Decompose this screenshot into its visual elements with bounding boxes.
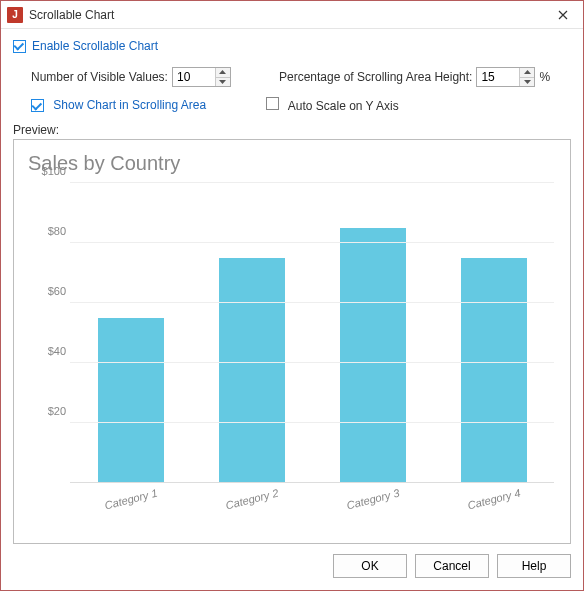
visible-values-up[interactable]: [216, 68, 230, 78]
x-tick-label: Category 4: [460, 485, 527, 513]
chevron-up-icon: [219, 70, 226, 74]
enable-row: Enable Scrollable Chart: [13, 39, 571, 53]
show-in-area-label[interactable]: Show Chart in Scrolling Area: [53, 98, 206, 112]
visible-values-label: Number of Visible Values:: [31, 70, 168, 84]
auto-scale-checkbox[interactable]: [266, 97, 279, 110]
visible-values-spinner[interactable]: [172, 67, 231, 87]
preview-label: Preview:: [13, 123, 571, 137]
titlebar: J Scrollable Chart: [1, 1, 583, 29]
percent-suffix: %: [539, 70, 550, 84]
scroll-height-input[interactable]: [477, 68, 519, 86]
grid-line: [70, 182, 554, 183]
chart-x-labels: Category 1Category 2Category 3Category 4: [70, 493, 554, 505]
grid-line: [70, 242, 554, 243]
chevron-up-icon: [524, 70, 531, 74]
y-tick-label: $80: [26, 225, 66, 237]
show-in-area-checkbox[interactable]: [31, 99, 44, 112]
chart-bar: [98, 318, 164, 482]
enable-label[interactable]: Enable Scrollable Chart: [32, 39, 158, 53]
ok-button[interactable]: OK: [333, 554, 407, 578]
chart-bar: [219, 258, 285, 482]
chevron-down-icon: [219, 80, 226, 84]
visible-values-input[interactable]: [173, 68, 215, 86]
scroll-height-up[interactable]: [520, 68, 534, 78]
scroll-height-down[interactable]: [520, 78, 534, 87]
scroll-height-group: Percentage of Scrolling Area Height: %: [279, 67, 550, 87]
scroll-height-spinner[interactable]: [476, 67, 535, 87]
chart-plot-area: $20$40$60$80$100: [70, 183, 554, 483]
close-button[interactable]: [543, 1, 583, 29]
visible-values-down[interactable]: [216, 78, 230, 87]
scrollable-chart-dialog: J Scrollable Chart Enable Scrollable Cha…: [0, 0, 584, 591]
help-button[interactable]: Help: [497, 554, 571, 578]
secondary-checks-row: Show Chart in Scrolling Area Auto Scale …: [31, 97, 571, 113]
y-tick-label: $100: [26, 165, 66, 177]
x-tick-label: Category 1: [97, 485, 164, 513]
grid-line: [70, 302, 554, 303]
x-tick-label: Category 3: [339, 485, 406, 513]
chart-bar: [461, 258, 527, 482]
close-icon: [558, 10, 568, 20]
x-tick-label: Category 2: [218, 485, 285, 513]
numeric-settings-row: Number of Visible Values: Percentage of …: [31, 67, 571, 87]
dialog-content: Enable Scrollable Chart Number of Visibl…: [1, 29, 583, 544]
cancel-button[interactable]: Cancel: [415, 554, 489, 578]
preview-box: Sales by Country $20$40$60$80$100 Catego…: [13, 139, 571, 544]
chevron-down-icon: [524, 80, 531, 84]
grid-line: [70, 422, 554, 423]
app-icon: J: [7, 7, 23, 23]
grid-line: [70, 362, 554, 363]
visible-values-group: Number of Visible Values:: [31, 67, 231, 87]
chart-bars: [70, 183, 554, 483]
y-tick-label: $20: [26, 405, 66, 417]
dialog-buttons: OK Cancel Help: [1, 544, 583, 590]
y-tick-label: $60: [26, 285, 66, 297]
chart-bar: [340, 228, 406, 482]
auto-scale-label[interactable]: Auto Scale on Y Axis: [288, 99, 399, 113]
window-title: Scrollable Chart: [29, 8, 543, 22]
y-tick-label: $40: [26, 345, 66, 357]
scroll-height-label: Percentage of Scrolling Area Height:: [279, 70, 472, 84]
enable-checkbox[interactable]: [13, 40, 26, 53]
